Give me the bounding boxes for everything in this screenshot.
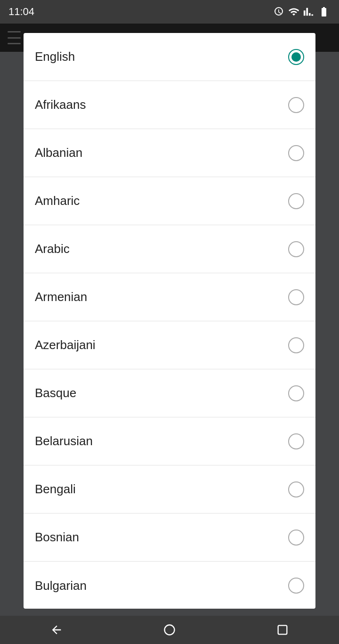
wifi-icon — [288, 6, 299, 17]
language-item-belarusian[interactable]: Belarusian — [24, 417, 315, 465]
language-item-basque[interactable]: Basque — [24, 369, 315, 417]
language-label-bulgarian: Bulgarian — [35, 579, 87, 593]
language-item-bosnian[interactable]: Bosnian — [24, 514, 315, 562]
radio-bulgarian[interactable] — [288, 578, 304, 594]
radio-azerbaijani[interactable] — [288, 337, 304, 353]
language-label-bengali: Bengali — [35, 482, 76, 497]
radio-amharic[interactable] — [288, 193, 304, 209]
language-label-albanian: Albanian — [35, 146, 82, 160]
home-button[interactable] — [155, 616, 184, 644]
language-label-azerbaijani: Azerbaijani — [35, 338, 96, 352]
language-item-arabic[interactable]: Arabic — [24, 225, 315, 273]
alarm-icon — [273, 6, 284, 17]
radio-belarusian[interactable] — [288, 433, 304, 449]
radio-bengali[interactable] — [288, 481, 304, 497]
battery-icon — [317, 6, 331, 17]
status-time: 11:04 — [8, 6, 34, 18]
radio-basque[interactable] — [288, 385, 304, 401]
language-label-bosnian: Bosnian — [35, 530, 79, 545]
signal-icon — [303, 6, 314, 17]
radio-english[interactable] — [288, 49, 304, 65]
language-label-belarusian: Belarusian — [35, 434, 93, 448]
language-item-albanian[interactable]: Albanian — [24, 129, 315, 177]
svg-point-0 — [165, 625, 175, 635]
language-label-afrikaans: Afrikaans — [35, 98, 86, 112]
language-item-bengali[interactable]: Bengali — [24, 465, 315, 514]
svg-rect-1 — [278, 626, 287, 635]
language-label-amharic: Amharic — [35, 194, 80, 208]
radio-bosnian[interactable] — [288, 530, 304, 546]
language-label-arabic: Arabic — [35, 242, 70, 256]
radio-afrikaans[interactable] — [288, 97, 304, 113]
language-dialog: EnglishAfrikaansAlbanianAmharicArabicArm… — [24, 33, 315, 609]
radio-albanian[interactable] — [288, 145, 304, 161]
language-label-basque: Basque — [35, 386, 76, 400]
language-item-armenian[interactable]: Armenian — [24, 273, 315, 321]
status-bar: 11:04 — [0, 0, 339, 24]
language-item-amharic[interactable]: Amharic — [24, 177, 315, 225]
language-item-afrikaans[interactable]: Afrikaans — [24, 81, 315, 129]
back-button[interactable] — [42, 616, 71, 644]
nav-bar — [0, 616, 339, 644]
radio-armenian[interactable] — [288, 289, 304, 305]
recents-button[interactable] — [268, 616, 297, 644]
language-label-english: English — [35, 49, 75, 64]
language-item-bulgarian[interactable]: Bulgarian — [24, 562, 315, 609]
status-icons — [273, 6, 331, 17]
language-label-armenian: Armenian — [35, 290, 87, 304]
radio-arabic[interactable] — [288, 241, 304, 257]
language-item-azerbaijani[interactable]: Azerbaijani — [24, 321, 315, 369]
language-item-english[interactable]: English — [24, 33, 315, 81]
